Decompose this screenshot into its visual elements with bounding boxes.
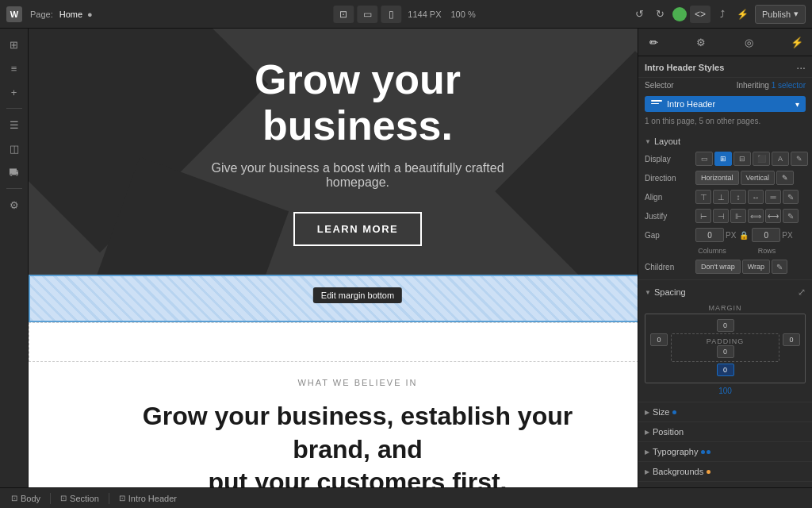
publish-button[interactable]: Publish ▾ [755, 5, 806, 24]
hero-section[interactable]: Grow your business. Give your business a… [29, 29, 638, 275]
display-block-btn[interactable]: ▭ [695, 152, 713, 166]
empty-section[interactable] [29, 322, 638, 362]
gap-columns-input[interactable] [695, 228, 724, 242]
breadcrumb-section[interactable]: ⊡ Section [56, 492, 104, 505]
canvas-area[interactable]: Grow your business. Give your business a… [29, 29, 638, 487]
typography-label: Typography [653, 447, 698, 456]
redo-button[interactable]: ↻ [652, 6, 669, 23]
display-grid-btn[interactable]: ⊟ [733, 152, 751, 166]
device-desktop-btn[interactable]: ⊡ [333, 6, 354, 23]
margin-bottom-input[interactable] [717, 364, 734, 376]
children-nowrap-btn[interactable]: Don't wrap [695, 260, 741, 274]
page-indicator: ● [87, 10, 93, 19]
display-custom-btn[interactable]: ✎ [791, 152, 808, 166]
backgrounds-header[interactable]: ▶ Backgrounds [645, 464, 806, 479]
display-buttons: ▭ ⊞ ⊟ ⬛ A ✎ [695, 152, 808, 166]
zoom-display: 100 % [451, 10, 476, 19]
code-button[interactable]: <> [690, 6, 710, 23]
gap-label: Gap [645, 231, 692, 240]
page-name[interactable]: Home [59, 10, 82, 19]
selected-intro-header-section[interactable]: Edit margin bottom [29, 275, 638, 322]
undo-button[interactable]: ↺ [631, 6, 649, 23]
backgrounds-section: ▶ Backgrounds [638, 462, 812, 482]
align-top-btn[interactable]: ⊤ [695, 190, 711, 204]
children-custom-btn[interactable]: ✎ [772, 260, 787, 274]
position-header[interactable]: ▶ Position [645, 425, 806, 439]
ai-button[interactable]: ⚡ [734, 6, 752, 23]
selector-dropdown-icon [651, 100, 662, 108]
justify-end-btn[interactable]: ⊩ [730, 209, 746, 223]
styles-section-title: Intro Header Styles ··· [638, 56, 812, 78]
justify-custom-btn[interactable]: ✎ [783, 209, 799, 223]
margin-left-input[interactable] [650, 333, 668, 346]
justify-around-btn[interactable]: ⟷ [765, 209, 781, 223]
body-icon: ⊡ [11, 494, 17, 502]
breadcrumb-intro-header[interactable]: ⊡ Intro Header [114, 492, 182, 505]
align-bottom-btn[interactable]: ↕ [730, 190, 746, 204]
gap-inputs: PX 🔒 PX [695, 228, 793, 242]
layout-header[interactable]: ▼ Layout [638, 133, 812, 149]
gap-lock-icon[interactable]: 🔒 [739, 231, 749, 240]
typography-header[interactable]: ▶ Typography [645, 444, 806, 459]
spacing-expand-icon[interactable]: ⤢ [798, 287, 806, 298]
settings-tab-icon[interactable]: ⚙ [692, 33, 710, 51]
size-header[interactable]: ▶ Size [645, 405, 806, 419]
align-middle-btn[interactable]: ⊥ [713, 190, 729, 204]
direction-vertical-btn[interactable]: Vertical [741, 171, 776, 185]
margin-outer: PADDING [645, 314, 806, 383]
align-baseline-btn[interactable]: ═ [765, 190, 781, 204]
size-dot [672, 410, 676, 414]
sidebar-item-assets[interactable]: ◫ [3, 137, 25, 160]
margin-top-input[interactable] [717, 319, 734, 332]
sidebar-item-cms[interactable]: ☰ [3, 114, 25, 136]
breadcrumb-separator-1 [50, 493, 51, 504]
selector-dropdown-text: Intro Header [667, 99, 791, 109]
direction-horizontal-btn[interactable]: Horizontal [695, 171, 739, 185]
styles-tab-icon[interactable]: ✏ [645, 33, 662, 51]
breadcrumb-body[interactable]: ⊡ Body [6, 492, 45, 505]
gap-row: Gap PX 🔒 PX [638, 225, 812, 244]
align-custom-btn[interactable]: ✎ [783, 190, 799, 204]
hero-shape-2 [495, 51, 638, 275]
display-flex-btn[interactable]: ⊞ [714, 152, 732, 166]
toolbar-right: ↺ ↻ <> ⤴ ⚡ Publish ▾ [631, 5, 806, 24]
align-stretch-btn[interactable]: ↔ [748, 190, 764, 204]
selector-info: 1 on this page, 5 on other pages. [638, 115, 812, 130]
direction-custom-btn[interactable]: ✎ [776, 171, 794, 185]
interactions-tab-icon[interactable]: ◎ [741, 33, 758, 51]
device-tablet-btn[interactable]: ▭ [357, 6, 377, 23]
share-button[interactable]: ⤴ [714, 6, 731, 23]
content-section[interactable]: WHAT WE BELIEVE IN Grow your business, e… [29, 362, 638, 487]
padding-box: PADDING [671, 333, 779, 362]
rows-label: Rows [751, 247, 783, 255]
justify-label: Justify [645, 212, 692, 221]
sidebar-item-navigator[interactable]: ≡ [3, 57, 25, 79]
margin-label: MARGIN [645, 304, 806, 312]
spacing-label: Spacing [654, 287, 686, 297]
padding-input[interactable] [717, 345, 734, 358]
styles-more-btn[interactable]: ··· [796, 61, 806, 74]
spacing-collapse-icon: ▼ [645, 289, 651, 296]
sidebar-item-settings[interactable]: ⚙ [3, 194, 25, 216]
justify-center-btn[interactable]: ⊣ [713, 209, 729, 223]
sidebar-item-pages[interactable]: ⊞ [3, 33, 25, 56]
direction-buttons: Horizontal Vertical ✎ [695, 171, 794, 185]
sidebar-item-add[interactable]: + [3, 81, 25, 103]
device-mobile-btn[interactable]: ▯ [381, 6, 401, 23]
display-inline-flex-btn[interactable]: ⬛ [753, 152, 770, 166]
display-none-btn[interactable]: A [772, 152, 789, 166]
justify-between-btn[interactable]: ⟺ [748, 209, 764, 223]
justify-start-btn[interactable]: ⊢ [695, 209, 711, 223]
intro-header-label: Intro Header [128, 494, 177, 503]
selector-dropdown[interactable]: Intro Header ▾ [645, 96, 806, 112]
typography-section: ▶ Typography [638, 442, 812, 462]
gap-rows-input[interactable] [752, 228, 780, 242]
sidebar-item-ecom[interactable]: ⛟ [3, 161, 25, 183]
hero-learn-more-button[interactable]: LEARN MORE [293, 212, 422, 246]
margin-right-input[interactable] [783, 333, 800, 346]
children-wrap-btn[interactable]: Wrap [742, 260, 770, 274]
section-label: Section [70, 494, 99, 503]
spacing-header[interactable]: ▼ Spacing ⤢ [638, 283, 812, 301]
custom-code-tab-icon[interactable]: ⚡ [788, 33, 806, 51]
sidebar-separator-2 [6, 188, 22, 189]
